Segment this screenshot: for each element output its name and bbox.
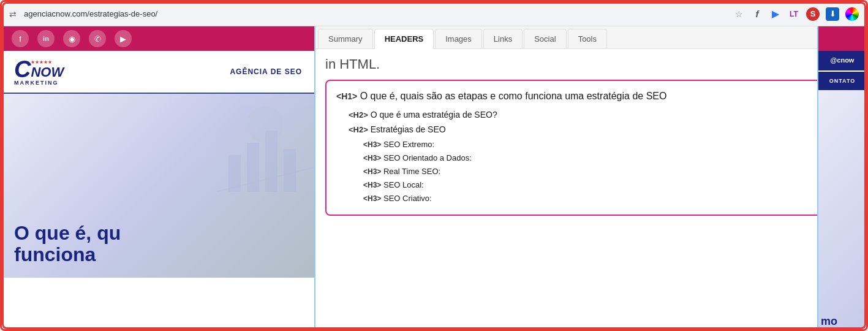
h3-tag-3: <H3> xyxy=(363,167,381,176)
logo-c-letter: C xyxy=(14,58,31,81)
h3-tag-2: <H3> xyxy=(363,154,381,162)
h3-text-5: SEO Criativo: xyxy=(381,194,431,203)
nav-agency-label: AGÊNCIA DE SEO xyxy=(230,67,302,76)
headers-box: <H1> O que é, quais são as etapas e como… xyxy=(325,80,856,216)
whatsapp-icon[interactable]: ✆ xyxy=(89,30,106,47)
page-title-snippet: in HTML. xyxy=(325,56,856,72)
h3-entry-1: <H3> SEO Extremo: xyxy=(363,139,845,150)
font-icon[interactable]: f xyxy=(751,8,763,20)
right-edge-hero-text: mo xyxy=(821,316,837,328)
h3-entry-3: <H3> Real Time SEO: xyxy=(363,166,845,177)
url-display[interactable]: agenciacnow.com/estrategias-de-seo/ xyxy=(24,9,725,18)
h3-tag-4: <H3> xyxy=(363,181,381,189)
svg-rect-1 xyxy=(247,143,259,192)
tab-tools[interactable]: Tools xyxy=(568,29,607,48)
seo-extension-panel: Summary HEADERS Images Links Social Tool… xyxy=(314,26,866,331)
site-logo: C ★★★★★ NOW MARKETING xyxy=(14,58,64,86)
svg-rect-3 xyxy=(284,149,296,192)
instagram-icon[interactable]: ◉ xyxy=(63,30,80,47)
right-edge-divider xyxy=(818,69,866,70)
hero-title: O que é, qufunciona xyxy=(14,223,121,265)
tab-images[interactable]: Images xyxy=(435,29,482,48)
h3-tag-5: <H3> xyxy=(363,194,381,203)
right-edge-preview: @cnow ONTATO mo xyxy=(817,26,866,331)
download-icon[interactable]: ⬇ xyxy=(826,7,839,21)
h3-entry-2: <H3> SEO Orientado a Dados: xyxy=(363,152,845,163)
tab-summary[interactable]: Summary xyxy=(318,29,373,48)
tab-social[interactable]: Social xyxy=(524,29,566,48)
h3-text-4: SEO Local: xyxy=(381,180,423,189)
h1-tag: <H1> xyxy=(336,91,357,101)
youtube-icon[interactable]: ▶ xyxy=(115,30,132,47)
extension-icon-1[interactable]: ▶ xyxy=(769,8,782,20)
h3-entry-5: <H3> SEO Criativo: xyxy=(363,192,845,204)
s-icon[interactable]: S xyxy=(806,7,820,21)
linkedin-icon[interactable]: in xyxy=(37,30,55,47)
colorful-icon[interactable] xyxy=(845,7,859,21)
hero-bg-figure xyxy=(204,106,314,229)
logo-marketing-text: MARKETING xyxy=(14,80,59,86)
facebook-icon[interactable]: f xyxy=(12,30,29,47)
browser-window: ⇄ agenciacnow.com/estrategias-de-seo/ ☆ … xyxy=(0,0,868,331)
h2-entry-1: <H2> O que é uma estratégia de SEO? xyxy=(349,109,845,120)
tab-icon: ⇄ xyxy=(9,9,17,19)
h1-entry: <H1> O que é, quais são as etapas e como… xyxy=(336,89,845,103)
site-topbar: f in ◉ ✆ ▶ xyxy=(2,26,314,51)
seo-content: in HTML. <H1> O que é, quais são as etap… xyxy=(315,49,866,331)
site-nav: C ★★★★★ NOW MARKETING AGÊNCIA DE SEO xyxy=(2,51,314,94)
h3-tag-1: <H3> xyxy=(363,140,381,149)
right-edge-contact: ONTATO xyxy=(818,72,866,90)
h2-entry-2: <H2> Estratégias de SEO xyxy=(349,124,845,135)
right-edge-hero: mo xyxy=(818,90,866,331)
right-edge-nav xyxy=(818,26,866,51)
h3-text-3: Real Time SEO: xyxy=(381,167,440,176)
logo-now-text: NOW xyxy=(31,66,64,79)
tab-links[interactable]: Links xyxy=(483,29,523,48)
right-edge-brand: @cnow xyxy=(818,51,866,69)
h3-entry-4: <H3> SEO Local: xyxy=(363,179,845,190)
h2-text-1: O que é uma estratégia de SEO? xyxy=(368,110,497,120)
lt-icon[interactable]: LT xyxy=(788,8,800,20)
seo-tabs: Summary HEADERS Images Links Social Tool… xyxy=(315,26,866,49)
address-bar: ⇄ agenciacnow.com/estrategias-de-seo/ ☆ … xyxy=(2,2,866,26)
h3-text-2: SEO Orientado a Dados: xyxy=(381,153,471,162)
tab-headers[interactable]: HEADERS xyxy=(374,29,434,49)
main-area: f in ◉ ✆ ▶ C ★★★★★ NOW xyxy=(2,26,866,331)
website-preview: f in ◉ ✆ ▶ C ★★★★★ NOW xyxy=(2,26,314,331)
site-hero: O que é, qufunciona xyxy=(2,94,314,278)
bookmark-icon[interactable]: ☆ xyxy=(733,8,745,20)
h1-text: O que é, quais são as etapas e como func… xyxy=(357,91,666,101)
h3-text-1: SEO Extremo: xyxy=(381,140,434,149)
h2-tag-2: <H2> xyxy=(349,125,368,134)
toolbar-icons: ☆ f ▶ LT S ⬇ xyxy=(733,7,859,21)
h2-tag-1: <H2> xyxy=(349,110,368,120)
h2-text-2: Estratégias de SEO xyxy=(368,124,446,134)
svg-point-4 xyxy=(247,106,284,143)
